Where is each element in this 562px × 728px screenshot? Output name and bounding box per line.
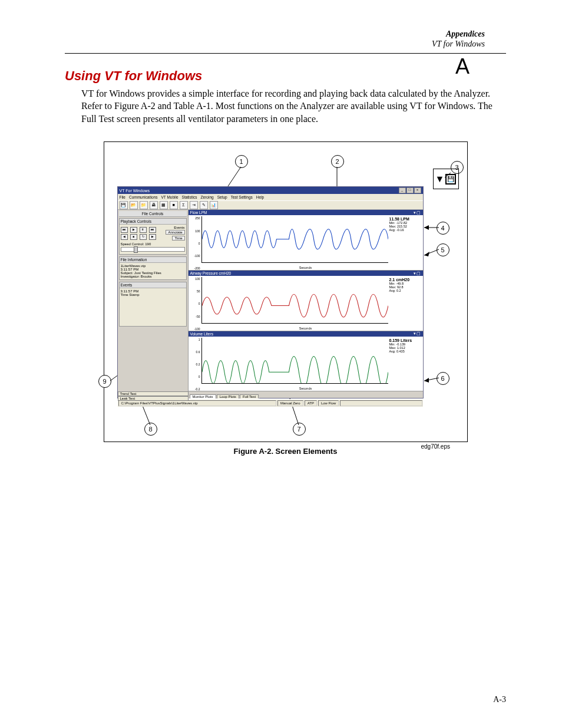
flow-xlabel: Seconds <box>299 266 312 269</box>
volume-chart: Volume Liters▾ ▢ 1 0.6 0.2 0 -0.2 <box>189 331 423 392</box>
chart-ctrl-icon[interactable]: ▾ ▢ <box>414 331 421 336</box>
callout-2: 2 <box>331 155 344 168</box>
figure-frame: 1 2 3 4 5 6 7 8 9 ▼ 💾 VT For Windows _□× <box>104 141 468 442</box>
save-icon[interactable]: 💾 <box>120 201 128 209</box>
print-icon[interactable]: 🖶 <box>150 201 158 209</box>
sidebar: File Controls Playback Controls ⏮ ▶ ⏸ ⏭ <box>118 210 189 391</box>
eps-filename: edg70f.eps <box>421 443 451 450</box>
bottom-tab-group: Monitor Plots Loop Plots Full Test <box>189 391 260 398</box>
pressure-plot <box>201 277 388 324</box>
volume-reading: 0.159 Liters <box>389 338 422 342</box>
volume-yticks: 1 0.6 0.2 0 -0.2 <box>189 337 201 391</box>
menu-zeroing[interactable]: Zeroing <box>201 195 214 199</box>
section-heading: Using VT for Windows <box>65 68 506 84</box>
status-bar: C:\Program Files\VTPlusSignals\1LiterWav… <box>118 399 423 407</box>
playback-title: Playback Controls <box>120 219 186 225</box>
callout-5: 5 <box>437 243 449 256</box>
pressure-xlabel: Seconds <box>299 327 312 330</box>
fileinfo-panel: File Information 1LiterWaves.vtp 3:11:57… <box>119 256 187 280</box>
play-button[interactable]: ▶ <box>130 227 137 233</box>
rewind-button[interactable]: ⏮ <box>121 227 128 233</box>
menu-bar[interactable]: File Communications VT Mobile Statistics… <box>118 194 423 200</box>
annotate-button[interactable]: Annotate <box>166 230 184 235</box>
page-header: Appendices VT for Windows <box>65 29 506 50</box>
menu-testsettings[interactable]: Test Settings <box>231 195 253 199</box>
window-titlebar: VT For Windows _□× <box>118 187 423 194</box>
volume-stats: 0.159 Liters Min: -0.139 Max: 1.012 Avg:… <box>388 337 423 391</box>
grid-icon[interactable]: ▦ <box>160 201 168 209</box>
status-mode: ATP <box>305 400 317 406</box>
status-path: C:\Program Files\VTPlusSignals\1LiterWav… <box>118 400 276 406</box>
chart-icon[interactable]: 📊 <box>210 201 218 209</box>
status-flow: Low Flow <box>318 400 339 406</box>
prev-button[interactable]: ◀ <box>121 234 128 240</box>
speed-label: Speed Control <box>121 242 143 246</box>
pressure-reading: 2.1 cmH20 <box>389 278 422 282</box>
callout-1: 1 <box>235 155 248 168</box>
status-zero: Manual Zero <box>277 400 303 406</box>
pressure-yticks: 100 50 0 -50 -100 <box>189 276 201 331</box>
vt-windows-screenshot: VT For Windows _□× File Communications V… <box>117 186 424 398</box>
flow-title: Flow LPM <box>190 210 207 215</box>
callout-6: 6 <box>437 372 449 385</box>
menu-file[interactable]: File <box>120 195 125 199</box>
header-title: Appendices <box>446 29 485 38</box>
volume-xlabel: Seconds <box>299 387 312 390</box>
menu-setup[interactable]: Setup <box>217 195 227 199</box>
pressure-stats: 2.1 cmH20 Min: -49.8 Max: 92.8 Avg: 0.2 <box>388 276 423 331</box>
flow-yticks: 250 100 0 -100 -200 <box>189 215 201 270</box>
ffwd-button[interactable]: ⏭ <box>149 227 156 233</box>
pressure-chart: Airway Pressure cmH20▾ ▢ 100 50 0 -50 -1… <box>189 271 423 331</box>
header-subtitle: VT for Windows <box>432 39 485 48</box>
open-icon[interactable]: 📂 <box>130 201 138 209</box>
menu-communications[interactable]: Communications <box>129 195 157 199</box>
page-number: A-3 <box>493 695 506 704</box>
stop-icon[interactable]: ■ <box>170 201 178 209</box>
chart-ctrl-icon[interactable]: ▾ ▢ <box>414 271 421 276</box>
trend-test-tab[interactable]: Trend Test <box>118 391 189 396</box>
svg-marker-6 <box>424 225 429 230</box>
section-paragraph: VT for Windows provides a simple interfa… <box>81 87 506 126</box>
folder-icon[interactable]: 📁 <box>140 201 148 209</box>
charts-area: Flow LPM▾ ▢ 250 100 0 -100 -200 <box>189 210 423 391</box>
next-button[interactable]: ▶ <box>149 234 156 240</box>
toolbar: 💾 📂 📁 🖶 ▦ ■ Σ ⇥ ✎ 📊 <box>118 200 423 210</box>
chart-ctrl-icon[interactable]: ▾ ▢ <box>414 210 421 215</box>
sigma-icon[interactable]: Σ <box>180 201 188 209</box>
extra-icons-box: ▼ 💾 <box>433 169 459 189</box>
flow-plot <box>201 216 388 263</box>
stop-button[interactable]: ■ <box>130 234 137 240</box>
events-title: Events <box>120 282 186 288</box>
callout-9: 9 <box>98 375 111 388</box>
flow-reading: 11.58 LPM <box>389 217 422 221</box>
investigator-label: Investigator: <box>121 275 140 278</box>
loop-button[interactable]: ↻ <box>140 234 147 240</box>
events-label: Events <box>156 226 185 229</box>
flow-chart: Flow LPM▾ ▢ 250 100 0 -100 -200 <box>189 210 423 271</box>
volume-plot <box>201 338 388 384</box>
window-title: VT For Windows <box>120 189 150 193</box>
dropdown-icon: ▼ <box>435 174 445 185</box>
appendix-letter: A <box>455 54 470 79</box>
volume-title: Volume Liters <box>190 332 213 336</box>
callout-4: 4 <box>437 222 449 235</box>
monitor-plots-tab[interactable]: Monitor Plots <box>190 394 216 398</box>
callout-7: 7 <box>293 423 306 436</box>
flow-stats: 11.58 LPM Min: -172.82 Max: 215.52 Avg: … <box>388 215 423 270</box>
end-icon[interactable]: ⇥ <box>190 201 198 209</box>
menu-statistics[interactable]: Statistics <box>182 195 197 199</box>
save-icon: 💾 <box>445 174 456 185</box>
tool-icon[interactable]: ✎ <box>200 201 208 209</box>
full-test-tab[interactable]: Full Test <box>240 394 259 398</box>
menu-help[interactable]: Help <box>256 195 264 199</box>
fileinfo-title: File Information <box>120 257 186 263</box>
pause-button[interactable]: ⏸ <box>140 227 147 233</box>
time-button[interactable]: Time <box>172 236 184 241</box>
menu-vtmobile[interactable]: VT Mobile <box>161 195 178 199</box>
header-rule <box>65 53 506 54</box>
speed-slider[interactable] <box>121 247 185 252</box>
loop-plots-tab[interactable]: Loop Plots <box>217 394 239 398</box>
events-panel: Events 3:11:57 PM Time Stamp <box>119 282 187 327</box>
window-buttons[interactable]: _□× <box>398 187 421 193</box>
left-tab-group: Trend Test Leak Test <box>118 391 189 399</box>
